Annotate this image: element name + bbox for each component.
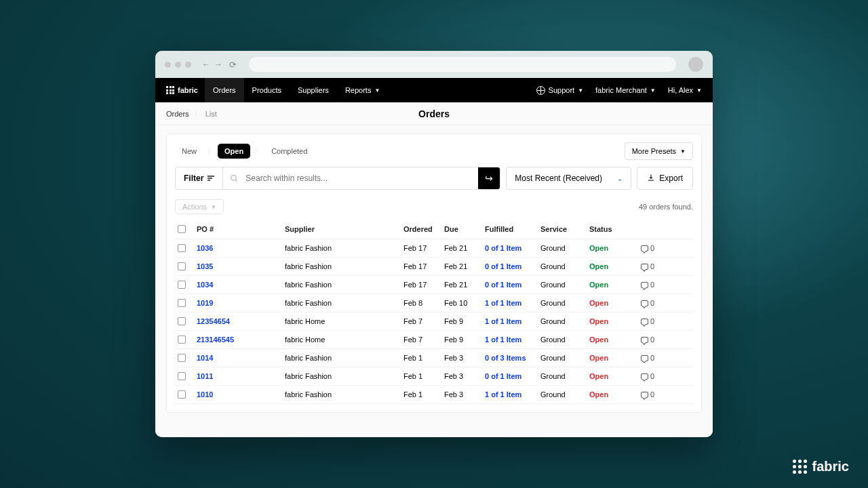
message-icon[interactable] (641, 300, 648, 306)
filter-button[interactable]: Filter (176, 167, 223, 189)
greeting-label: Hi, Alex (668, 86, 693, 94)
nav-tab-orders[interactable]: Orders (205, 78, 244, 102)
fulfilled-link[interactable]: 1 of 1 Item (485, 390, 521, 399)
row-supplier: fabric Fashion (285, 244, 403, 252)
message-icon[interactable] (641, 264, 648, 270)
nav-tab-suppliers[interactable]: Suppliers (290, 78, 337, 102)
traffic-close-icon[interactable] (165, 62, 171, 68)
chevron-down-icon: ▼ (578, 87, 583, 94)
fulfilled-link[interactable]: 1 of 1 Item (485, 299, 521, 307)
app-header: fabric OrdersProductsSuppliersReports▼ S… (155, 78, 713, 102)
chevron-right-icon: 〉 (254, 147, 260, 156)
preset-new[interactable]: New (175, 144, 203, 159)
row-service: Ground (540, 372, 589, 380)
row-due: Feb 3 (444, 390, 485, 399)
nav-tab-products[interactable]: Products (244, 78, 290, 102)
message-icon[interactable] (641, 282, 648, 288)
export-button[interactable]: Export (637, 167, 693, 190)
fulfilled-link[interactable]: 0 of 1 Item (485, 244, 521, 252)
row-checkbox[interactable] (178, 244, 186, 252)
row-checkbox[interactable] (178, 372, 186, 380)
row-ordered: Feb 1 (403, 372, 444, 380)
col-due[interactable]: Due (444, 225, 485, 233)
fulfilled-link[interactable]: 0 of 1 Item (485, 372, 521, 380)
message-icon[interactable] (641, 355, 648, 361)
po-link[interactable]: 1019 (197, 299, 213, 307)
po-link[interactable]: 213146545 (197, 336, 234, 344)
fulfilled-link[interactable]: 1 of 1 Item (485, 336, 521, 344)
row-due: Feb 9 (444, 317, 485, 325)
fulfilled-link[interactable]: 0 of 1 Item (485, 262, 521, 270)
select-all-checkbox[interactable] (178, 225, 186, 233)
search-submit-button[interactable]: ↪ (478, 167, 500, 189)
traffic-max-icon[interactable] (185, 62, 191, 68)
fulfilled-link[interactable]: 0 of 3 Items (485, 354, 526, 362)
col-po[interactable]: PO # (197, 225, 285, 233)
row-ordered: Feb 17 (403, 244, 444, 252)
filter-icon (208, 176, 214, 181)
chevron-right-icon: 〉 (208, 147, 214, 156)
globe-icon (536, 86, 545, 95)
row-supplier: fabric Fashion (285, 281, 403, 289)
row-checkbox[interactable] (178, 354, 186, 362)
nav-tab-reports[interactable]: Reports▼ (337, 78, 388, 102)
row-checkbox[interactable] (178, 299, 186, 307)
table-header: PO # Supplier Ordered Due Fulfilled Serv… (175, 220, 693, 239)
merchant-menu[interactable]: fabric Merchant ▼ (595, 86, 656, 94)
row-supplier: fabric Fashion (285, 262, 403, 270)
po-link[interactable]: 1035 (197, 262, 213, 270)
row-checkbox[interactable] (178, 390, 186, 399)
sort-select[interactable]: Most Recent (Received) ⌄ (506, 167, 631, 190)
support-menu[interactable]: Support ▼ (536, 86, 583, 95)
traffic-min-icon[interactable] (175, 62, 181, 68)
profile-avatar[interactable] (688, 57, 703, 72)
status-badge: Open (589, 336, 608, 344)
message-icon[interactable] (641, 392, 648, 398)
row-checkbox[interactable] (178, 262, 186, 270)
status-badge: Open (589, 281, 608, 289)
col-service[interactable]: Service (540, 225, 589, 233)
fulfilled-link[interactable]: 1 of 1 Item (485, 317, 521, 325)
fulfilled-link[interactable]: 0 of 1 Item (485, 281, 521, 289)
fabric-logo[interactable]: fabric (166, 86, 198, 94)
row-due: Feb 21 (444, 281, 485, 289)
col-supplier[interactable]: Supplier (285, 225, 403, 233)
message-icon[interactable] (641, 319, 648, 325)
row-due: Feb 21 (444, 244, 485, 252)
back-icon[interactable]: ← (202, 60, 210, 69)
po-link[interactable]: 1034 (197, 281, 213, 289)
orders-card: New 〉 Open 〉 Completed More Presets ▼ Fi… (166, 134, 702, 413)
row-checkbox[interactable] (178, 336, 186, 344)
row-checkbox[interactable] (178, 317, 186, 325)
actions-button[interactable]: Actions ▼ (175, 199, 224, 214)
po-link[interactable]: 12354654 (197, 317, 230, 325)
message-icon[interactable] (641, 373, 648, 380)
po-link[interactable]: 1011 (197, 372, 213, 380)
preset-completed[interactable]: Completed (264, 144, 314, 159)
row-supplier: fabric Home (285, 317, 403, 325)
message-icon[interactable] (641, 337, 648, 343)
po-link[interactable]: 1014 (197, 354, 213, 362)
po-link[interactable]: 1036 (197, 244, 213, 252)
row-supplier: fabric Home (285, 336, 403, 344)
search-input[interactable] (239, 167, 478, 189)
col-status[interactable]: Status (589, 225, 630, 233)
breadcrumb-orders[interactable]: Orders (166, 110, 189, 118)
breadcrumb-row: Orders 〉 List Orders (155, 102, 713, 125)
forward-icon[interactable]: → (214, 60, 222, 69)
url-bar[interactable] (249, 57, 676, 72)
col-ordered[interactable]: Ordered (403, 225, 444, 233)
more-presets-button[interactable]: More Presets ▼ (625, 142, 693, 160)
reload-icon[interactable]: ⟳ (229, 60, 237, 70)
user-menu[interactable]: Hi, Alex ▼ (668, 86, 702, 94)
po-link[interactable]: 1010 (197, 390, 213, 399)
msg-count: 0 (650, 372, 654, 380)
page-title: Orders (418, 108, 450, 119)
preset-open[interactable]: Open (218, 144, 250, 159)
row-checkbox[interactable] (178, 281, 186, 289)
table-row: 12354654fabric HomeFeb 7Feb 91 of 1 Item… (175, 312, 693, 331)
msg-count: 0 (650, 390, 654, 399)
status-badge: Open (589, 390, 608, 399)
message-icon[interactable] (641, 245, 648, 251)
col-fulfilled[interactable]: Fulfilled (485, 225, 540, 233)
